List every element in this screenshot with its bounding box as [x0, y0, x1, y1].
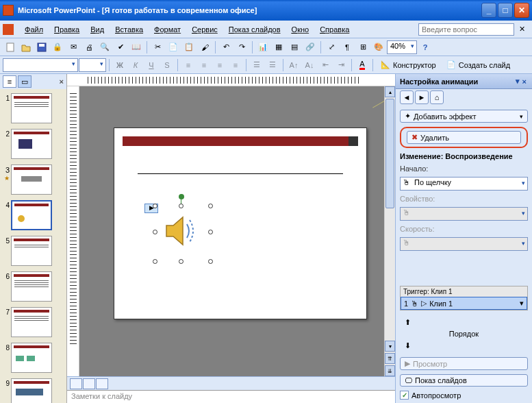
undo-icon[interactable]: ↶: [218, 40, 233, 55]
forward-button[interactable]: ►: [415, 90, 429, 104]
open-icon[interactable]: [18, 40, 34, 55]
paste-icon[interactable]: 📋: [181, 40, 197, 55]
hyperlink-icon[interactable]: 🔗: [303, 40, 318, 55]
outline-tab[interactable]: ≡: [3, 75, 16, 88]
align-justify-icon[interactable]: ≡: [228, 58, 243, 73]
increase-font-icon[interactable]: A↑: [286, 58, 301, 73]
align-right-icon[interactable]: ≡: [212, 58, 227, 73]
table-icon[interactable]: ▦: [271, 40, 286, 55]
menu-window[interactable]: Окно: [286, 23, 315, 36]
italic-icon[interactable]: К: [128, 58, 143, 73]
thumbnail-3[interactable]: 3★: [1, 164, 65, 195]
thumbnail-4[interactable]: 4: [1, 200, 65, 230]
remove-button[interactable]: ✖ Удалить: [407, 131, 521, 144]
fontsize-combo[interactable]: [79, 58, 106, 72]
resize-handle-n[interactable]: [179, 204, 183, 208]
horizontal-ruler[interactable]: [67, 74, 395, 86]
vertical-ruler[interactable]: [67, 86, 79, 376]
home-button[interactable]: ⌂: [430, 90, 444, 104]
resize-handle-nw[interactable]: [153, 204, 157, 208]
new-slide-button[interactable]: 📄Создать слайд: [442, 58, 515, 71]
thumbnail-9[interactable]: 9: [1, 378, 65, 403]
menu-insert[interactable]: Вставка: [110, 23, 149, 36]
design-button[interactable]: 📐Конструктор: [376, 58, 441, 71]
print-icon[interactable]: 🖨: [81, 40, 97, 55]
zoom-combo[interactable]: 40%: [387, 40, 417, 54]
menu-format[interactable]: Формат: [149, 23, 186, 36]
bullets-icon[interactable]: ☰: [265, 58, 280, 73]
cut-icon[interactable]: ✂: [150, 40, 165, 55]
minimize-button[interactable]: _: [481, 3, 496, 18]
current-slide[interactable]: ▶: [114, 127, 367, 319]
resize-handle-ne[interactable]: [208, 204, 213, 208]
decrease-font-icon[interactable]: A↓: [302, 58, 317, 73]
animation-item[interactable]: 1 🖱 ▷ Клип 1 ▾: [401, 297, 527, 310]
resize-handle-e[interactable]: [208, 230, 213, 234]
doc-close-button[interactable]: ✕: [514, 22, 529, 37]
menu-edit[interactable]: Правка: [49, 23, 85, 36]
help-icon[interactable]: ?: [418, 40, 433, 55]
increase-indent-icon[interactable]: ⇥: [333, 58, 349, 73]
copy-icon[interactable]: 📄: [166, 40, 181, 55]
start-select[interactable]: По щелчку: [400, 177, 528, 191]
close-button[interactable]: ✕: [514, 3, 529, 18]
underline-icon[interactable]: Ч: [144, 58, 159, 73]
resize-handle-sw[interactable]: [153, 259, 157, 264]
menu-slideshow[interactable]: Показ слайдов: [223, 23, 286, 36]
shadow-icon[interactable]: S: [160, 58, 175, 73]
resize-handle-se[interactable]: [208, 259, 213, 264]
decrease-indent-icon[interactable]: ⇤: [318, 58, 333, 73]
slide-canvas[interactable]: ? ▶: [79, 86, 384, 376]
slideshow-view-button[interactable]: [96, 378, 108, 389]
thumbnail-7[interactable]: 7: [1, 307, 65, 337]
help-search-input[interactable]: [418, 23, 514, 36]
color-icon[interactable]: 🎨: [371, 40, 386, 55]
expand-icon[interactable]: ⤢: [324, 40, 339, 55]
rotate-handle[interactable]: [179, 194, 184, 199]
preview-button[interactable]: ▶ Просмотр: [400, 357, 528, 370]
taskpane-close[interactable]: ×: [521, 77, 528, 86]
tables-borders-icon[interactable]: ▤: [287, 40, 302, 55]
font-combo[interactable]: [3, 58, 78, 72]
permission-icon[interactable]: 🔒: [50, 40, 65, 55]
canvas-scrollbar-v[interactable]: ▴ ▾ ⇈ ⇊: [384, 86, 395, 376]
save-icon[interactable]: [34, 40, 49, 55]
notes-pane[interactable]: Заметки к слайду: [67, 390, 395, 403]
move-up-button[interactable]: ⬆: [400, 315, 415, 330]
resize-handle-s[interactable]: [179, 259, 183, 264]
slideshow-button[interactable]: 🖵 Показ слайдов: [400, 374, 528, 387]
new-icon[interactable]: [3, 40, 18, 55]
add-effect-button[interactable]: ✦ Добавить эффект ▾: [400, 110, 528, 123]
move-down-button[interactable]: ⬇: [400, 338, 415, 353]
resize-handle-w[interactable]: [153, 230, 157, 234]
email-icon[interactable]: ✉: [66, 40, 81, 55]
font-color-icon[interactable]: A: [355, 58, 370, 73]
thumbnail-5[interactable]: 5: [1, 236, 65, 266]
normal-view-button[interactable]: [70, 378, 82, 389]
slides-tab[interactable]: ▭: [18, 75, 31, 88]
formatpainter-icon[interactable]: 🖌: [197, 40, 212, 55]
maximize-button[interactable]: □: [498, 3, 513, 18]
anim-item-menu[interactable]: ▾: [520, 299, 524, 308]
redo-icon[interactable]: ↷: [234, 40, 249, 55]
taskpane-menu-arrow[interactable]: ▾: [514, 77, 521, 86]
thumbnail-8[interactable]: 8: [1, 343, 65, 373]
thumbnail-1[interactable]: 1: [1, 93, 65, 123]
thumbnail-6[interactable]: 6: [1, 271, 65, 302]
bold-icon[interactable]: Ж: [112, 58, 127, 73]
thumbnail-list[interactable]: 1 2 3★ 4 5 6 7 8 9: [0, 89, 66, 403]
back-button[interactable]: ◄: [400, 90, 414, 104]
spell-icon[interactable]: ✔: [113, 40, 128, 55]
menu-view[interactable]: Вид: [85, 23, 110, 36]
thumbnail-2[interactable]: 2: [1, 129, 65, 159]
autopreview-checkbox[interactable]: ✓ Автопросмотр: [400, 391, 528, 400]
menu-file[interactable]: Файл: [19, 23, 49, 36]
menu-help[interactable]: Справка: [314, 23, 355, 36]
align-left-icon[interactable]: ≡: [181, 58, 196, 73]
chart-icon[interactable]: 📊: [255, 40, 270, 55]
numbering-icon[interactable]: ☰: [249, 58, 264, 73]
sound-object[interactable]: [155, 206, 210, 261]
show-formatting-icon[interactable]: ¶: [340, 40, 355, 55]
grid-icon[interactable]: ⊞: [355, 40, 370, 55]
menu-tools[interactable]: Сервис: [186, 23, 223, 36]
